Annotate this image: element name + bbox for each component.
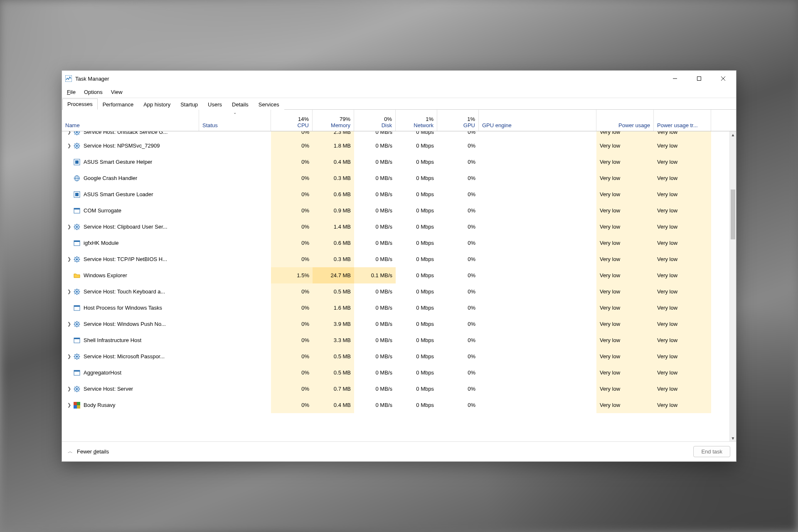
svg-line-74 xyxy=(75,322,76,323)
cell-status xyxy=(199,267,271,283)
svg-line-75 xyxy=(79,325,79,326)
process-row[interactable]: ❯Service Host: TCP/IP NetBIOS H...0%0.3 … xyxy=(62,251,736,267)
expand-icon[interactable]: ❯ xyxy=(66,224,72,229)
cell-network: 0 Mbps xyxy=(396,267,437,283)
tab-services[interactable]: Services xyxy=(254,99,284,110)
scrollbar-track[interactable]: ▲ ▼ xyxy=(729,131,736,441)
process-row[interactable]: ❯Service Host: Windows Push No...0%3.9 M… xyxy=(62,316,736,332)
cell-power: Very low xyxy=(596,170,654,186)
svg-rect-105 xyxy=(77,405,80,409)
fewer-details-toggle[interactable]: ︿ Fewer details xyxy=(68,448,109,455)
expand-icon[interactable]: ❯ xyxy=(66,386,72,392)
svg-rect-33 xyxy=(74,208,80,209)
process-row[interactable]: Google Crash Handler0%0.3 MB0 MB/s0 Mbps… xyxy=(62,170,736,186)
cell-name: ❯Service Host: TCP/IP NetBIOS H... xyxy=(62,251,199,267)
cell-gpu-engine xyxy=(479,365,596,381)
menu-file[interactable]: File xyxy=(63,87,80,97)
cell-gpu: 0% xyxy=(437,267,479,283)
expand-icon[interactable]: ❯ xyxy=(66,402,72,408)
tab-processes[interactable]: Processes xyxy=(62,99,98,110)
col-name[interactable]: Name xyxy=(62,110,199,131)
cell-memory: 0.5 MB xyxy=(313,365,354,381)
tab-startup[interactable]: Startup xyxy=(175,99,203,110)
process-icon xyxy=(74,131,80,135)
cell-status xyxy=(199,186,271,202)
expand-icon[interactable]: ❯ xyxy=(66,321,72,327)
cell-cpu: 0% xyxy=(271,202,313,219)
process-row[interactable]: Shell Infrastructure Host0%3.3 MB0 MB/s0… xyxy=(62,332,736,348)
cell-power: Very low xyxy=(596,397,654,413)
cell-cpu: 0% xyxy=(271,348,313,365)
expand-icon[interactable]: ❯ xyxy=(66,354,72,359)
svg-line-99 xyxy=(79,390,79,391)
svg-point-93 xyxy=(76,388,78,390)
scrollbar-thumb[interactable] xyxy=(731,190,735,239)
cell-cpu: 1.5% xyxy=(271,267,313,283)
scroll-up-icon[interactable]: ▲ xyxy=(730,131,736,138)
process-row[interactable]: ❯Service Host: Microsoft Passpor...0%0.5… xyxy=(62,348,736,365)
expand-icon[interactable]: ❯ xyxy=(66,256,72,262)
process-row[interactable]: ❯Service Host: Clipboard User Ser...0%1.… xyxy=(62,219,736,235)
process-name: Body Rusavy xyxy=(84,402,116,408)
cell-name: ASUS Smart Gesture Helper xyxy=(62,154,199,170)
col-power-usage[interactable]: Power usage xyxy=(596,110,654,131)
expand-icon[interactable]: ❯ xyxy=(66,289,72,294)
svg-line-64 xyxy=(79,289,79,290)
tab-users[interactable]: Users xyxy=(203,99,227,110)
col-status[interactable]: ⌄ Status xyxy=(199,110,271,131)
cell-gpu: 0% xyxy=(437,219,479,235)
minimize-button[interactable] xyxy=(663,71,687,86)
maximize-button[interactable] xyxy=(687,71,711,86)
tab-details[interactable]: Details xyxy=(227,99,254,110)
cell-power-trend: Very low xyxy=(654,348,711,365)
col-network[interactable]: 1% Network xyxy=(396,110,437,131)
svg-rect-26 xyxy=(75,160,79,164)
process-row[interactable]: ❯Service Host: Touch Keyboard a...0%0.5 … xyxy=(62,283,736,300)
cell-memory: 0.5 MB xyxy=(313,348,354,365)
process-name: Service Host: Microsoft Passpor... xyxy=(84,353,165,360)
col-disk[interactable]: 0% Disk xyxy=(354,110,396,131)
process-row[interactable]: ASUS Smart Gesture Helper0%0.4 MB0 MB/s0… xyxy=(62,154,736,170)
cell-status xyxy=(199,316,271,332)
svg-point-16 xyxy=(76,145,78,147)
col-cpu[interactable]: 14% CPU xyxy=(271,110,313,131)
process-row[interactable]: Host Process for Windows Tasks0%1.6 MB0 … xyxy=(62,300,736,316)
process-row[interactable]: igfxHK Module0%0.6 MB0 MB/s0 Mbps0%Very … xyxy=(62,235,736,251)
svg-line-40 xyxy=(75,224,76,225)
col-power-usage-trend[interactable]: Power usage tr... xyxy=(654,110,711,131)
menu-view[interactable]: View xyxy=(107,87,127,97)
cell-status xyxy=(199,283,271,300)
process-row[interactable]: ASUS Smart Gesture Loader0%0.6 MB0 MB/s0… xyxy=(62,186,736,202)
tab-app-history[interactable]: App history xyxy=(138,99,175,110)
cell-memory: 0.6 MB xyxy=(313,186,354,202)
end-task-button[interactable]: End task xyxy=(693,446,730,457)
tab-performance[interactable]: Performance xyxy=(98,99,138,110)
tabbar: Processes Performance App history Startu… xyxy=(62,98,736,110)
cell-memory: 0.4 MB xyxy=(313,154,354,170)
close-button[interactable] xyxy=(711,71,735,86)
expand-icon[interactable]: ❯ xyxy=(66,131,72,135)
sort-indicator-icon: ⌄ xyxy=(233,111,236,115)
process-row[interactable]: Windows Explorer1.5%24.7 MB0.1 MB/s0 Mbp… xyxy=(62,267,736,283)
expand-icon[interactable]: ❯ xyxy=(66,143,72,148)
svg-point-81 xyxy=(76,356,78,357)
col-gpu-engine[interactable]: GPU engine xyxy=(479,110,596,131)
process-row[interactable]: AggregatorHost0%0.5 MB0 MB/s0 Mbps0%Very… xyxy=(62,365,736,381)
process-grid: ❯Service Host: Unistack Service G...0%2.… xyxy=(62,131,736,441)
process-row[interactable]: ❯Service Host: Unistack Service G...0%2.… xyxy=(62,131,736,138)
menu-options[interactable]: Options xyxy=(80,87,107,97)
titlebar[interactable]: Task Manager xyxy=(62,71,736,86)
svg-point-69 xyxy=(76,323,78,325)
process-row[interactable]: COM Surrogate0%0.9 MB0 MB/s0 Mbps0%Very … xyxy=(62,202,736,219)
col-memory[interactable]: 79% Memory xyxy=(313,110,354,131)
process-icon xyxy=(74,207,80,214)
cell-cpu: 0% xyxy=(271,397,313,413)
process-row[interactable]: ❯Service Host: NPSMSvc_729090%1.8 MB0 MB… xyxy=(62,138,736,154)
process-row[interactable]: ❯Body Rusavy0%0.4 MB0 MB/s0 Mbps0%Very l… xyxy=(62,397,736,413)
cell-disk: 0 MB/s xyxy=(354,332,396,348)
scroll-down-icon[interactable]: ▼ xyxy=(730,435,736,441)
col-gpu[interactable]: 1% GPU xyxy=(437,110,479,131)
process-name: Shell Infrastructure Host xyxy=(84,337,141,343)
process-name: Service Host: Touch Keyboard a... xyxy=(84,288,165,295)
process-row[interactable]: ❯Service Host: Server0%0.7 MB0 MB/s0 Mbp… xyxy=(62,381,736,397)
